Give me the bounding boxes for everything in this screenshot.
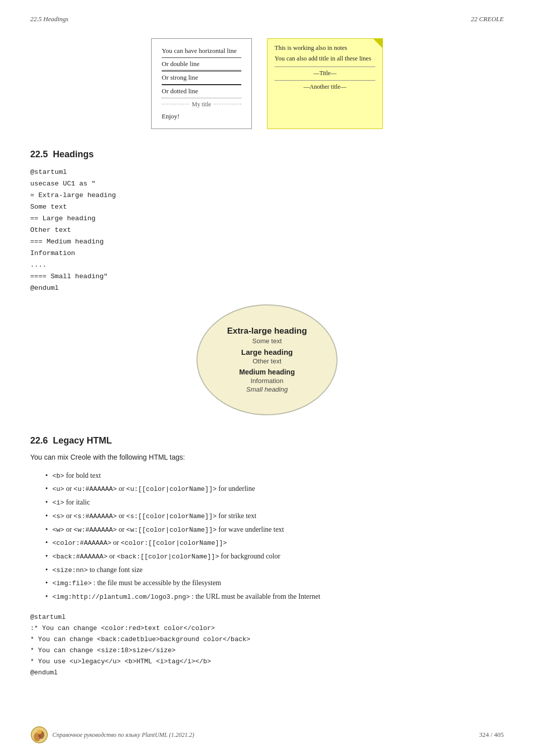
bullet-5-code-b: <w:#AAAAAA> (74, 526, 117, 534)
oval-h2: Large heading (241, 348, 293, 356)
footer-left: Справочное руководство по языку PlantUML… (30, 726, 194, 744)
header-right: 22 CREOLE (471, 15, 504, 23)
footer-text: Справочное руководство по языку PlantUML… (52, 731, 194, 739)
note-line-1: This is working also in notes (275, 43, 375, 53)
section-heading-22-5: 22.5 Headings (30, 149, 504, 160)
note-another: —Another title— (275, 80, 375, 92)
bullet-item-3: <i> for italic (45, 496, 504, 510)
bullet-6-code-a: <color:#AAAAAA> (52, 539, 111, 547)
bullet-4-code-a: <s> (52, 513, 64, 520)
plantuml-logo-icon (30, 726, 48, 744)
bullet-item-10: <img:http://plantuml.com/logo3.png> : th… (45, 590, 504, 604)
bullet-8-code: <size:nn> (52, 566, 88, 574)
hline-label-1: You can have horizontal line (162, 45, 241, 57)
page-container: 22.5 Headings 22 CREOLE You can have hor… (0, 0, 534, 756)
my-title-text: My title (189, 98, 214, 110)
hline-label-2: Or double line (162, 58, 241, 71)
bullet-list: <b> for bold text <u> or <u:#AAAAAA> or … (45, 469, 504, 604)
hline-label-3: Or strong line (162, 72, 241, 84)
bullet-2-code: <u> (52, 485, 64, 493)
svg-point-3 (37, 729, 42, 734)
note-line-2: You can also add title in all these line… (275, 53, 375, 64)
bullet-4-code-b: <s:#AAAAAA> (74, 513, 117, 520)
bullet-5-code-a: <w> (52, 526, 64, 534)
bullet-1-code: <b> (52, 472, 64, 480)
bullet-5-code-c: <w:[[color|colorName]]> (126, 526, 217, 534)
page-header: 22.5 Headings 22 CREOLE (30, 15, 504, 23)
diagram-top: You can have horizontal line Or double l… (30, 38, 504, 129)
bullet-item-9: <img:file> : the file must be accessible… (45, 577, 504, 590)
header-left: 22.5 Headings (30, 15, 69, 23)
bullet-item-7: <back:#AAAAAA> or <back:[[color|colorNam… (45, 550, 504, 563)
oval-diagram: Extra-large heading Some text Large head… (196, 304, 338, 415)
oval-text2: Other text (252, 357, 281, 365)
bullet-7-code-b: <back:[[color|colorName]]> (117, 553, 219, 560)
oval-diagram-container: Extra-large heading Some text Large head… (30, 304, 504, 415)
bullet-7-code-a: <back:#AAAAAA> (52, 553, 107, 560)
page-footer: Справочное руководство по языку PlantUML… (30, 726, 504, 744)
hline-enjoy: Enjoy! (162, 110, 241, 123)
bullet-2-code-b: <u:#AAAAAA> (74, 485, 117, 493)
oval-text3: Information (250, 377, 283, 385)
my-title-line: My title (162, 98, 241, 110)
bullet-item-8: <size:nn> to change font size (45, 563, 504, 577)
section2-intro: You can mix Creole with the following HT… (30, 453, 504, 461)
code-block-headings: @startuml usecase UC1 as " = Extra-large… (30, 167, 504, 294)
section-heading-22-6: 22.6 Legacy HTML (30, 435, 504, 446)
bullet-item-5: <w> or <w:#AAAAAA> or <w:[[color|colorNa… (45, 523, 504, 537)
bullet-item-4: <s> or <s:#AAAAAA> or <s:[[color|colorNa… (45, 510, 504, 523)
bullet-item-1: <b> for bold text (45, 469, 504, 483)
sticky-note: This is working also in notes You can al… (267, 38, 383, 129)
bullet-9-code: <img:file> (52, 580, 92, 587)
bullet-3-code: <i> (52, 499, 64, 507)
bottom-code-block: @startuml :* You can change <color:red>t… (30, 612, 504, 679)
bullet-10-code: <img:http://plantuml.com/logo3.png> (52, 593, 190, 601)
bullet-4-code-c: <s:[[color|colorName]]> (126, 513, 217, 520)
bullet-2-code-c: <u:[[color|colorName]]> (126, 485, 217, 493)
oval-h1: Extra-large heading (227, 326, 307, 336)
bullet-item-2: <u> or <u:#AAAAAA> or <u:[[color|colorNa… (45, 482, 504, 496)
footer-page: 324 / 405 (479, 731, 504, 739)
hlines-box: You can have horizontal line Or double l… (151, 38, 252, 129)
oval-h3: Medium heading (239, 368, 295, 376)
oval-text1: Some text (252, 337, 282, 345)
note-title: —Title— (275, 67, 375, 78)
bullet-item-6: <color:#AAAAAA> or <color:[[color|colorN… (45, 536, 504, 550)
bullet-6-code-b: <color:[[color|colorName]]> (121, 539, 227, 547)
hline-label-4: Or dotted line (162, 85, 241, 98)
oval-h4: Small heading (246, 386, 288, 393)
